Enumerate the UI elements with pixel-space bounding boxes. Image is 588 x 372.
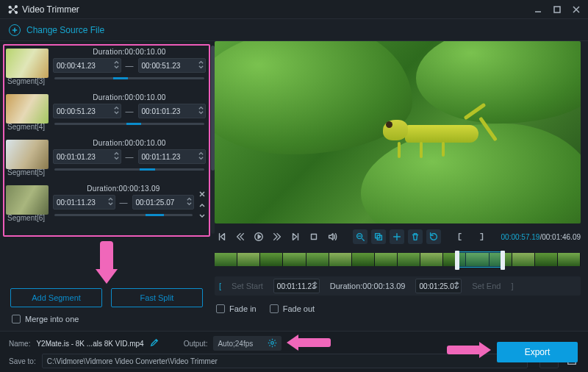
annotation-arrow-left-icon [287, 335, 331, 351]
timeline-handle-left[interactable] [455, 251, 459, 270]
fade-in-checkbox[interactable]: Fade in [216, 304, 257, 313]
output-value: Auto;24fps [218, 340, 253, 348]
add-segment-button[interactable]: Add Segment [10, 288, 102, 307]
save-to-label: Save to: [9, 357, 36, 365]
segment-buttons-row: Add Segment Fast Split [3, 288, 210, 307]
segment-label: Segment[3] [6, 77, 49, 85]
merge-into-one-row[interactable]: Merge into one [3, 307, 210, 328]
range-duration-label: Duration:00:00:13.09 [326, 282, 410, 290]
segment-end-input[interactable]: 00:01:01.23 [138, 104, 207, 118]
range-controls: [ Set Start 00:01:11.23 Duration:00:00:1… [215, 276, 581, 296]
fade-out-checkbox[interactable]: Fade out [270, 304, 315, 313]
segment-duration: Duration:00:00:10.00 [53, 47, 206, 56]
segment-duration: Duration:00:00:10.00 [53, 138, 206, 147]
play-icon[interactable] [251, 229, 266, 244]
gear-icon[interactable] [268, 338, 277, 349]
bracket-end-icon[interactable] [473, 229, 487, 244]
volume-icon[interactable] [325, 229, 340, 244]
segment-start-input[interactable]: 00:01:11.23 [53, 195, 115, 210]
merge-checkbox[interactable] [12, 315, 21, 323]
segment-label: Segment[4] [6, 123, 49, 131]
title-bar: Video Trimmer [0, 0, 588, 19]
app-window: Video Trimmer Change Source File Segment… [0, 0, 588, 372]
segment-thumbnail [6, 185, 49, 215]
segment-thumbnail [6, 140, 49, 169]
segment-label: Segment[6] [6, 214, 49, 222]
fade-options: Fade in Fade out [215, 301, 581, 316]
segment-thumbnail [6, 49, 49, 78]
svg-rect-0 [554, 7, 560, 12]
player-timecode: 00:00:57.19/00:01:46.09 [501, 233, 581, 241]
segment-row-actions [198, 184, 206, 228]
chevron-up-icon[interactable] [198, 201, 206, 210]
range-start-input[interactable]: 00:01:11.23 [273, 279, 320, 293]
player-controls: 00:00:57.19/00:01:46.09 [215, 226, 581, 247]
add-segment-icon[interactable] [390, 229, 404, 244]
minimize-button[interactable] [534, 5, 542, 14]
svg-point-6 [271, 341, 274, 344]
segment-label: Segment[5] [6, 168, 49, 176]
fast-split-button[interactable]: Fast Split [111, 288, 203, 307]
main-area: Segment[3] Duration:00:00:10.00 00:00:41… [0, 41, 588, 346]
output-selector[interactable]: Auto;24fps [213, 336, 282, 351]
segment-track[interactable] [54, 168, 204, 171]
window-title: Video Trimmer [22, 4, 534, 15]
copy-icon[interactable] [371, 229, 386, 244]
timeline[interactable] [215, 248, 581, 272]
video-preview[interactable] [215, 41, 581, 223]
segment-start-input[interactable]: 00:00:51.23 [53, 104, 121, 118]
segment-end-input[interactable]: 00:01:11.23 [138, 149, 207, 164]
annotation-arrow-right-icon [447, 342, 491, 358]
name-label: Name: [9, 340, 30, 348]
range-end-input[interactable]: 00:01:25.07 [415, 279, 462, 293]
segment-row[interactable]: Segment[3] Duration:00:00:10.00 00:00:41… [6, 47, 206, 91]
segment-start-input[interactable]: 00:01:01.23 [53, 149, 121, 164]
forward-icon[interactable] [270, 229, 284, 244]
export-button[interactable]: Export [497, 342, 578, 362]
timeline-selection[interactable] [456, 251, 504, 268]
segment-row[interactable]: Segment[4] Duration:00:00:10.00 00:00:51… [6, 93, 206, 137]
bracket-start-icon[interactable] [454, 229, 469, 244]
segment-thumbnail [6, 94, 49, 124]
close-icon[interactable] [198, 190, 206, 199]
subject-grasshopper [376, 99, 501, 169]
segments-list: Segment[3] Duration:00:00:10.00 00:00:41… [3, 44, 210, 237]
segment-end-input[interactable]: 00:00:51.23 [138, 58, 207, 73]
zoom-out-icon[interactable] [353, 229, 368, 244]
right-panel: 00:00:57.19/00:01:46.09 [ Set Start 00:0… [212, 41, 588, 346]
change-source-bar[interactable]: Change Source File [0, 19, 588, 41]
segment-track[interactable] [54, 214, 193, 216]
app-logo-icon [7, 4, 18, 15]
plus-circle-icon [9, 24, 21, 36]
segment-row[interactable]: Segment[5] Duration:00:00:10.00 00:01:01… [6, 138, 206, 182]
segment-end-input[interactable]: 00:01:25.07 [132, 195, 195, 210]
chevron-down-icon[interactable] [198, 212, 206, 221]
segment-duration: Duration:00:00:10.00 [53, 93, 206, 101]
footer-bar: Name: Y2Mate.is - 8K ...als 8K VID.mp4 O… [0, 331, 588, 372]
set-start-button[interactable]: Set Start [227, 282, 268, 290]
segment-duration: Duration:00:00:13.09 [53, 184, 194, 193]
skip-end-icon[interactable] [288, 229, 303, 244]
reset-icon[interactable] [426, 229, 441, 244]
name-value: Y2Mate.is - 8K ...als 8K VID.mp4 [36, 340, 143, 348]
timeline-handle-right[interactable] [501, 251, 505, 270]
output-label: Output: [184, 340, 208, 348]
annotation-arrow-down-icon [96, 241, 118, 284]
rename-icon[interactable] [150, 338, 159, 348]
change-source-label: Change Source File [26, 25, 104, 35]
segment-track[interactable] [54, 123, 204, 125]
segment-start-input[interactable]: 00:00:41.23 [53, 58, 121, 73]
segment-track[interactable] [54, 77, 204, 79]
left-panel: Segment[3] Duration:00:00:10.00 00:00:41… [0, 41, 212, 346]
set-end-button[interactable]: Set End [467, 282, 505, 290]
svg-rect-2 [312, 235, 317, 240]
skip-start-icon[interactable] [215, 229, 229, 244]
stop-icon[interactable] [306, 229, 321, 244]
rewind-icon[interactable] [233, 229, 248, 244]
delete-icon[interactable] [408, 229, 423, 244]
close-button[interactable] [572, 5, 581, 14]
segment-row[interactable]: Segment[6] Duration:00:00:13.09 00:01:11… [6, 184, 206, 228]
merge-label: Merge into one [25, 315, 79, 323]
maximize-button[interactable] [553, 5, 562, 14]
